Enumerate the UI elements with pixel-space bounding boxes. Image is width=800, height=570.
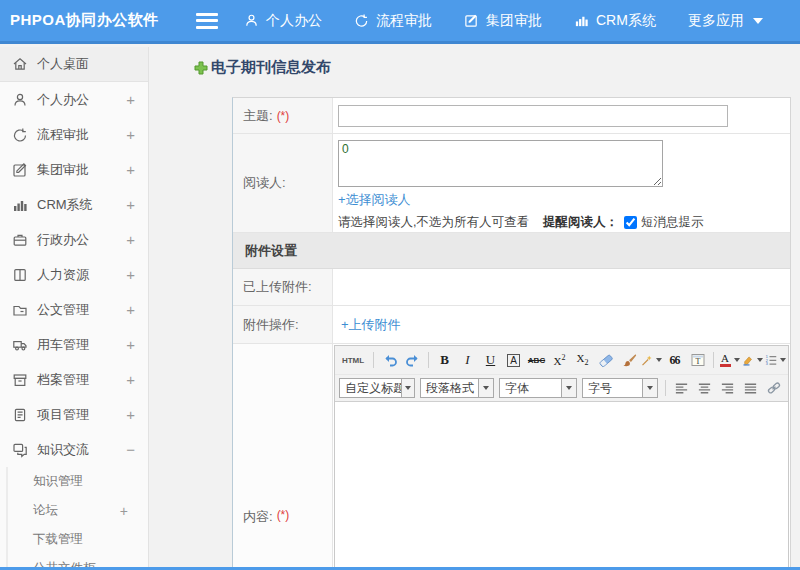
font-size-select[interactable]: 字号 [582,378,658,398]
nav-group-approval[interactable]: 集团审批 [464,12,542,30]
undo-icon [382,352,398,368]
app-window: PHPOA协同办公软件 个人办公 流程审批 集团审批 CRM系统 更多应用 [0,0,800,570]
italic-button[interactable]: I [457,350,478,370]
sidebar-item-knowledge-exchange[interactable]: 知识交流 − [0,432,148,467]
color-swatch [720,364,731,367]
page-title: 电子期刊信息发布 [211,58,331,77]
sidebar-item-document-mgmt[interactable]: 公文管理 + [0,292,148,327]
align-justify-icon [743,381,758,396]
uploaded-attachments-area [333,269,790,305]
insert-link-button[interactable] [763,378,784,398]
nav-process-approval[interactable]: 流程审批 [354,12,432,30]
font-name-button[interactable]: A [503,350,524,370]
brush-icon [621,352,637,368]
bar-chart-icon [574,13,589,28]
blockquote-button[interactable]: 66 [664,350,685,370]
editor-toolbar-row2: 自定义标题 段落格式 字体 字号 [335,374,788,401]
briefcase-icon [12,232,28,248]
eraser-icon [598,352,614,368]
attachment-operation-row: 附件操作: +上传附件 [233,306,790,344]
sidebar-item-archive-mgmt[interactable]: 档案管理 + [0,362,148,397]
toolbar-separator [665,380,666,396]
strikethrough-button[interactable]: ABC [526,350,547,370]
align-right-button[interactable] [717,378,738,398]
caret-down-icon [561,379,576,397]
sms-notify-checkbox[interactable] [624,216,637,229]
editor-content-area[interactable] [335,401,788,569]
align-justify-button[interactable] [740,378,761,398]
sidebar-item-crm[interactable]: CRM系统 + [0,187,148,222]
highlight-color-button[interactable] [742,350,763,370]
nav-personal-office[interactable]: 个人办公 [244,12,322,30]
sidebar-item-desktop[interactable]: 个人桌面 [0,47,148,82]
menu-toggle-icon[interactable] [196,13,218,29]
sidebar-item-group-approval[interactable]: 集团审批 + [0,152,148,187]
remove-format-button[interactable] [595,350,616,370]
align-left-button[interactable] [671,378,692,398]
undo-button[interactable] [379,350,400,370]
process-icon [354,13,369,28]
remind-readers-label: 提醒阅读人： [543,214,618,231]
redo-button[interactable] [402,350,423,370]
ordered-list-icon: 123 [765,352,777,368]
chat-icon [12,442,28,458]
publish-form: 主题: (*) 阅读人: 0 +选择阅读人 请选择阅读人,不选为所有人可查看 提… [232,97,791,570]
html-source-button[interactable]: HTML [338,350,368,370]
subject-input[interactable] [338,105,728,127]
bold-button[interactable]: B [434,350,455,370]
nav-crm-system[interactable]: CRM系统 [574,12,656,30]
sms-notify-label: 短消息提示 [641,214,704,231]
font-family-select[interactable]: 字体 [499,378,577,398]
subscript-button[interactable]: X2 [572,350,593,370]
magic-wand-icon [641,353,653,368]
editor-toolbar-row1: HTML B I U A ABC X2 X2 [335,346,788,374]
readers-label: 阅读人: [243,174,286,192]
sidebar-item-personal-office[interactable]: 个人办公 + [0,82,148,117]
notebook-icon [12,407,28,423]
readers-hint-text: 请选择阅读人,不选为所有人可查看 [338,214,529,231]
nav-more-apps[interactable]: 更多应用 [688,12,763,30]
superscript-button[interactable]: X2 [549,350,570,370]
select-readers-link[interactable]: +选择阅读人 [338,191,411,209]
sidebar-subitem-knowledge-mgmt[interactable]: 知识管理 [6,467,148,496]
top-navigation: 个人办公 流程审批 集团审批 CRM系统 更多应用 [244,12,763,30]
font-color-button[interactable]: A [719,350,740,370]
readers-hint-row: 请选择阅读人,不选为所有人可查看 提醒阅读人： 短消息提示 [338,214,790,231]
required-mark: (*) [277,109,290,123]
sidebar-item-vehicle-mgmt[interactable]: 用车管理 + [0,327,148,362]
sidebar-subitem-download-mgmt[interactable]: 下载管理 [6,525,148,554]
page-title-row: 电子期刊信息发布 [194,58,331,77]
align-center-icon [697,381,712,396]
format-painter-button[interactable] [618,350,639,370]
quick-format-button[interactable] [641,350,662,370]
uploaded-attachments-row: 已上传附件: [233,269,790,306]
sidebar-item-admin-office[interactable]: 行政办公 + [0,222,148,257]
ordered-list-button[interactable]: 123 [765,350,786,370]
sidebar-item-project-mgmt[interactable]: 项目管理 + [0,397,148,432]
remove-link-button[interactable] [786,378,788,398]
template-button[interactable]: T [687,350,708,370]
caret-down-icon [757,358,763,362]
subject-row: 主题: (*) [233,98,790,134]
upload-attachment-link[interactable]: +上传附件 [341,316,401,334]
bar-chart-icon [12,197,28,213]
nav-label: 集团审批 [486,12,542,30]
sidebar-item-human-resources[interactable]: 人力资源 + [0,257,148,292]
top-header: PHPOA协同办公软件 个人办公 流程审批 集团审批 CRM系统 更多应用 [0,0,800,44]
align-center-button[interactable] [694,378,715,398]
app-brand: PHPOA协同办公软件 [0,11,196,30]
paragraph-format-select[interactable]: 段落格式 [420,378,494,398]
underline-button[interactable]: U [480,350,501,370]
sidebar-subitem-forum[interactable]: 论坛 + [6,496,148,525]
svg-text:3: 3 [766,362,768,366]
home-icon [12,56,28,72]
attachment-section-header: 附件设置 [233,233,790,269]
folder-icon [12,302,28,318]
toolbar-separator [713,352,714,368]
caret-down-icon [642,379,657,397]
person-icon [12,92,28,108]
readers-textarea[interactable]: 0 [338,140,663,187]
process-icon [12,127,28,143]
sidebar-item-process-approval[interactable]: 流程审批 + [0,117,148,152]
custom-title-select[interactable]: 自定义标题 [339,378,415,398]
